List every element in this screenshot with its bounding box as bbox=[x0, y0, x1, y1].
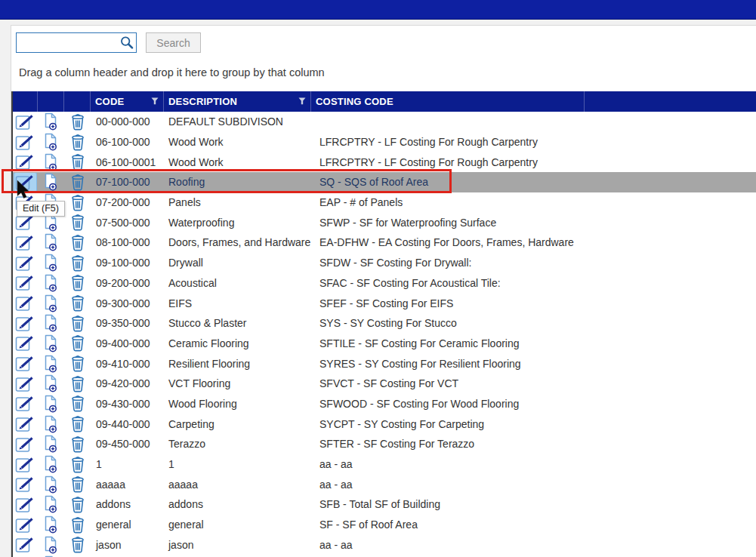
add-copy-button[interactable] bbox=[38, 172, 64, 192]
delete-button[interactable] bbox=[64, 133, 91, 152]
edit-button[interactable] bbox=[13, 414, 38, 433]
filter-icon[interactable] bbox=[151, 96, 159, 107]
table-row[interactable]: addons addons SFB - Total SF of Building bbox=[13, 494, 756, 515]
edit-button[interactable] bbox=[13, 173, 38, 192]
edit-button[interactable] bbox=[13, 294, 38, 312]
add-copy-button[interactable] bbox=[38, 112, 64, 131]
edit-button[interactable] bbox=[13, 475, 38, 494]
delete-button[interactable] bbox=[64, 294, 91, 312]
delete-button[interactable] bbox=[64, 273, 91, 292]
table-row[interactable]: 08-100-000 Doors, Frames, and Hardware E… bbox=[13, 232, 756, 253]
header-description[interactable]: DESCRIPTION bbox=[164, 91, 311, 112]
delete-button[interactable] bbox=[64, 213, 91, 232]
search-button[interactable]: Search bbox=[146, 32, 201, 53]
delete-button[interactable] bbox=[64, 414, 91, 433]
title-bar bbox=[0, 0, 756, 20]
delete-button[interactable] bbox=[64, 173, 91, 192]
edit-button[interactable] bbox=[13, 112, 38, 131]
add-copy-button[interactable] bbox=[38, 294, 64, 313]
delete-button[interactable] bbox=[64, 495, 91, 514]
edit-button[interactable] bbox=[13, 334, 38, 352]
code-cell: 00-000-000 bbox=[91, 115, 164, 128]
add-copy-button[interactable] bbox=[38, 394, 64, 414]
delete-button[interactable] bbox=[64, 152, 91, 171]
edit-button[interactable] bbox=[13, 254, 38, 272]
delete-button[interactable] bbox=[64, 233, 91, 252]
table-row[interactable]: 09-440-000 Carpeting SYCPT - SY Costing … bbox=[13, 414, 756, 434]
costing-code-cell: SFWOOD - SF Costing For Wood Flooring bbox=[311, 398, 585, 410]
delete-button[interactable] bbox=[64, 374, 91, 393]
add-copy-button[interactable] bbox=[38, 354, 64, 374]
table-row[interactable]: aaaaa aaaaa aa - aa bbox=[13, 474, 756, 494]
delete-button[interactable] bbox=[64, 515, 91, 534]
header-code[interactable]: CODE bbox=[91, 91, 164, 112]
delete-button[interactable] bbox=[64, 435, 91, 454]
delete-button[interactable] bbox=[64, 475, 91, 494]
delete-button[interactable] bbox=[64, 535, 91, 554]
add-copy-button[interactable] bbox=[38, 475, 64, 494]
pencil-square-icon bbox=[14, 435, 36, 454]
edit-button[interactable] bbox=[13, 495, 38, 514]
table-row[interactable]: 09-350-000 Stucco & Plaster SYS - SY Cos… bbox=[13, 313, 756, 334]
pencil-square-icon bbox=[14, 254, 36, 272]
add-copy-button[interactable] bbox=[38, 253, 64, 272]
header-costing-code-label: COSTING CODE bbox=[316, 96, 393, 107]
delete-button[interactable] bbox=[64, 394, 91, 413]
delete-button[interactable] bbox=[64, 193, 91, 212]
add-copy-button[interactable] bbox=[38, 494, 64, 514]
code-cell: 08-100-000 bbox=[91, 236, 164, 248]
delete-button[interactable] bbox=[64, 334, 91, 352]
add-copy-button[interactable] bbox=[38, 535, 64, 555]
table-row[interactable]: jason jason aa - aa bbox=[13, 534, 756, 555]
add-copy-button[interactable] bbox=[38, 313, 64, 333]
edit-tooltip: Edit (F5) bbox=[17, 201, 65, 217]
edit-button[interactable] bbox=[13, 394, 38, 413]
table-row[interactable]: 09-450-000 Terazzo SFTER - SF Costing Fo… bbox=[13, 434, 756, 454]
add-copy-button[interactable] bbox=[38, 454, 64, 474]
delete-button[interactable] bbox=[64, 254, 91, 272]
delete-button[interactable] bbox=[64, 455, 91, 474]
add-copy-button[interactable] bbox=[38, 273, 64, 293]
add-copy-button[interactable] bbox=[38, 515, 64, 534]
add-copy-button[interactable] bbox=[38, 152, 64, 172]
delete-button[interactable] bbox=[64, 112, 91, 131]
table-row[interactable]: 07-200-000 Panels EAP - # of Panels bbox=[13, 192, 756, 213]
edit-button[interactable] bbox=[13, 374, 38, 393]
table-row[interactable]: 09-300-000 EIFS SFEF - SF Costing For EI… bbox=[13, 293, 756, 313]
table-row[interactable]: 06-100-000 Wood Work LFRCPTRY - LF Costi… bbox=[13, 132, 756, 152]
add-copy-button[interactable] bbox=[38, 132, 64, 152]
table-row[interactable]: 09-410-000 Resilient Flooring SYRES - SY… bbox=[13, 353, 756, 374]
delete-button[interactable] bbox=[64, 354, 91, 373]
table-row[interactable]: 09-100-000 Drywall SFDW - SF Costing For… bbox=[13, 253, 756, 273]
add-copy-button[interactable] bbox=[38, 232, 64, 252]
edit-button[interactable] bbox=[13, 515, 38, 534]
edit-button[interactable] bbox=[13, 435, 38, 454]
table-row[interactable]: 06-100-0001 Wood Work LFRCPTRY - LF Cost… bbox=[13, 152, 756, 172]
filter-icon[interactable] bbox=[298, 96, 306, 107]
delete-button[interactable] bbox=[64, 314, 91, 333]
table-row[interactable]: 07-500-000 Waterproofing SFWP - SF for W… bbox=[13, 212, 756, 232]
table-row[interactable]: general general SF - SF of Roof Area bbox=[13, 515, 756, 535]
edit-button[interactable] bbox=[13, 535, 38, 554]
edit-button[interactable] bbox=[13, 314, 38, 333]
edit-button[interactable] bbox=[13, 455, 38, 474]
table-row[interactable]: 00-000-000 DEFAULT SUBDIVISON bbox=[13, 112, 756, 132]
table-row[interactable]: 07-100-000 Roofing SQ - SQS of Roof Area bbox=[13, 172, 756, 192]
edit-button[interactable] bbox=[13, 133, 38, 152]
table-row[interactable]: 09-400-000 Ceramic Flooring SFTILE - SF … bbox=[13, 334, 756, 354]
edit-button[interactable] bbox=[13, 152, 38, 171]
table-row[interactable]: 09-430-000 Wood Flooring SFWOOD - SF Cos… bbox=[13, 394, 756, 414]
header-costing-code[interactable]: COSTING CODE bbox=[311, 91, 585, 112]
table-row[interactable]: 09-420-000 VCT Flooring SFVCT - SF Costi… bbox=[13, 374, 756, 394]
edit-button[interactable] bbox=[13, 273, 38, 292]
add-copy-button[interactable] bbox=[38, 414, 64, 434]
edit-button[interactable] bbox=[13, 233, 38, 252]
description-cell: DEFAULT SUBDIVISON bbox=[164, 115, 311, 128]
search-input[interactable] bbox=[16, 32, 137, 53]
edit-button[interactable] bbox=[13, 354, 38, 373]
add-copy-button[interactable] bbox=[38, 434, 64, 454]
table-row[interactable]: 1 1 aa - aa bbox=[13, 454, 756, 475]
add-copy-button[interactable] bbox=[38, 334, 64, 353]
table-row[interactable]: 09-200-000 Acoustical SFAC - SF Costing … bbox=[13, 273, 756, 294]
add-copy-button[interactable] bbox=[38, 374, 64, 393]
